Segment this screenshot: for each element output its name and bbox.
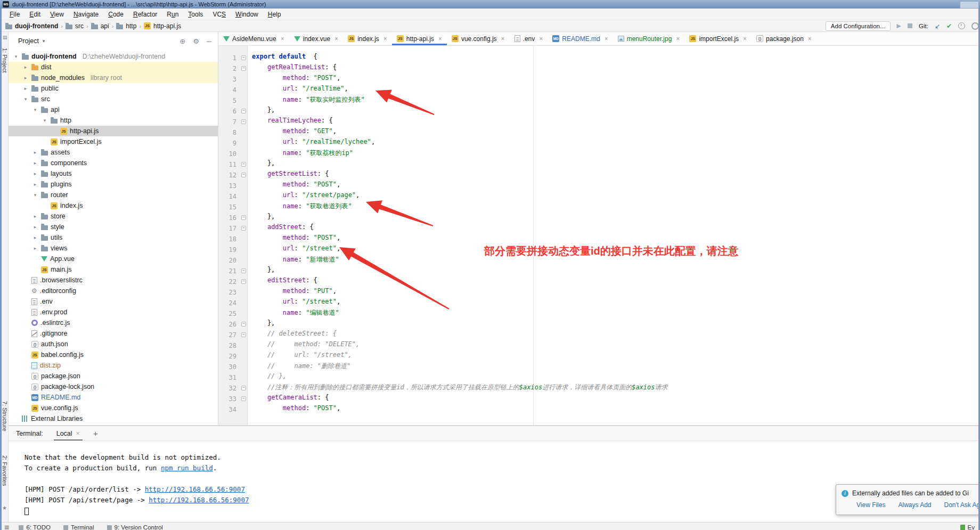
fold-marker[interactable]: − xyxy=(241,173,246,177)
fold-marker[interactable]: − xyxy=(241,322,246,327)
stop-icon[interactable] xyxy=(908,23,912,28)
tree-item-importExcel.js[interactable]: importExcel.js xyxy=(9,136,218,147)
chevron-down-icon[interactable]: ▾ xyxy=(42,118,48,123)
chevron-right-icon[interactable]: ▸ xyxy=(22,75,29,80)
editor[interactable]: 1−export default {2− getRealTimeList: {3… xyxy=(218,46,980,425)
chevron-right-icon[interactable]: ▸ xyxy=(32,182,38,187)
close-icon[interactable]: × xyxy=(383,35,387,43)
notification-link-always-add[interactable]: Always Add xyxy=(898,501,931,509)
tree-item-store[interactable]: ▸store xyxy=(9,211,218,222)
stripe-item-favorites[interactable]: 2: Favorites xyxy=(2,455,8,486)
chevron-right-icon[interactable]: ▸ xyxy=(32,160,38,166)
event-log-item[interactable]: Ev xyxy=(960,524,975,530)
tab-http-api.js[interactable]: http-api.js× xyxy=(392,32,447,45)
terminal-output[interactable]: Note that the development build is not o… xyxy=(9,441,980,522)
tree-item-router[interactable]: ▾router xyxy=(9,190,218,200)
tree-item-http[interactable]: ▾http xyxy=(9,115,218,126)
tree-item-utils[interactable]: ▸utils xyxy=(9,232,218,243)
tree-item-assets[interactable]: ▸assets xyxy=(9,147,218,158)
tree-item-views[interactable]: ▸views xyxy=(9,243,218,254)
tree-item-style[interactable]: ▸style xyxy=(9,222,218,232)
tree-item-components[interactable]: ▸components xyxy=(9,158,218,168)
status-9-version-control[interactable]: 9: Version Control xyxy=(107,524,163,530)
chevron-right-icon[interactable]: ▸ xyxy=(32,235,38,240)
tree-item-.env[interactable]: .env xyxy=(9,296,218,307)
fold-marker[interactable]: − xyxy=(241,268,246,273)
menu-file[interactable]: File xyxy=(5,10,24,19)
fold-marker[interactable]: − xyxy=(241,109,246,113)
fold-marker[interactable]: − xyxy=(241,226,246,231)
toolwindow-switcher-icon[interactable]: ▦ xyxy=(4,524,9,530)
status-6-todo[interactable]: 6: TODO xyxy=(19,524,51,530)
chevron-right-icon[interactable]: ▸ xyxy=(32,246,38,251)
tree-item-public[interactable]: ▸public xyxy=(9,83,218,94)
chevron-down-icon[interactable]: ▾ xyxy=(13,54,19,59)
chevron-down-icon[interactable]: ▼ xyxy=(42,39,46,44)
fold-marker[interactable]: − xyxy=(241,55,246,60)
tree-item-auth.json[interactable]: auth.json xyxy=(9,339,218,349)
fold-marker[interactable]: − xyxy=(241,215,246,220)
terminal-tab-local[interactable]: Local × xyxy=(54,426,83,441)
menu-vcs[interactable]: VCS xyxy=(208,10,230,19)
menu-navigate[interactable]: Navigate xyxy=(69,10,103,19)
close-icon[interactable]: × xyxy=(501,35,505,43)
breadcrumb-item-http[interactable]: http xyxy=(116,22,136,30)
tree-item-.eslintrc.js[interactable]: .eslintrc.js xyxy=(9,317,218,328)
chevron-right-icon[interactable]: ▸ xyxy=(32,214,38,219)
chevron-right-icon[interactable]: ▸ xyxy=(22,86,29,91)
favorites-star-icon[interactable]: ★ xyxy=(2,505,7,511)
close-icon[interactable]: × xyxy=(676,35,680,43)
add-configuration-button[interactable]: Add Configuration... xyxy=(826,21,891,31)
tree-item-main.js[interactable]: main.js xyxy=(9,264,218,275)
tab-menuRouter.jpg[interactable]: menuRouter.jpg× xyxy=(613,32,685,45)
tree-item-dist[interactable]: ▸dist xyxy=(9,62,218,72)
git-commit-icon[interactable]: ✔ xyxy=(946,22,952,30)
fold-marker[interactable]: − xyxy=(241,119,246,124)
run-icon[interactable]: ▶ xyxy=(897,23,901,29)
tab-README.md[interactable]: README.md× xyxy=(548,32,612,45)
chevron-right-icon[interactable]: ▸ xyxy=(32,150,38,155)
close-icon[interactable]: × xyxy=(334,35,338,43)
fold-marker[interactable]: − xyxy=(241,162,246,167)
new-terminal-icon[interactable]: + xyxy=(93,429,98,438)
tree-item-.gitignore[interactable]: .gitignore xyxy=(9,328,218,339)
fold-marker[interactable]: − xyxy=(241,332,246,337)
chevron-down-icon[interactable]: ▾ xyxy=(32,192,38,198)
history-clock-icon[interactable] xyxy=(958,22,965,29)
terminal-link[interactable]: http://192.168.66.56:9007 xyxy=(145,485,245,493)
tree-item-App.vue[interactable]: App.vue xyxy=(9,254,218,264)
search-icon[interactable] xyxy=(971,22,979,30)
tab-index.js[interactable]: index.js× xyxy=(343,32,392,45)
notification-link-view-files[interactable]: View Files xyxy=(856,501,885,509)
tree-item-api[interactable]: ▾api xyxy=(9,104,218,115)
tree-item-http-api.js[interactable]: http-api.js xyxy=(9,126,218,136)
close-icon[interactable]: × xyxy=(808,35,812,43)
tab-index.vue[interactable]: index.vue× xyxy=(289,32,343,45)
menu-refactor[interactable]: Refactor xyxy=(129,10,161,19)
breadcrumb-item-api[interactable]: api xyxy=(91,22,109,30)
menu-help[interactable]: Help xyxy=(264,10,285,19)
menu-edit[interactable]: Edit xyxy=(25,10,45,19)
project-panel-title[interactable]: Project xyxy=(18,37,39,45)
breadcrumb-item-http-api.js[interactable]: http-api.js xyxy=(144,22,181,30)
close-icon[interactable]: × xyxy=(743,35,747,43)
menu-window[interactable]: Window xyxy=(231,10,263,19)
tree-item-.env.prod[interactable]: .env.prod xyxy=(9,307,218,317)
close-icon[interactable]: × xyxy=(539,35,543,43)
fold-marker[interactable]: − xyxy=(241,66,246,71)
tree-item-src[interactable]: ▾src xyxy=(9,94,218,104)
hide-panel-icon[interactable]: ─ xyxy=(207,37,211,45)
chevron-right-icon[interactable]: ▸ xyxy=(32,224,38,230)
stripe-item-project[interactable]: 1: Project xyxy=(2,48,8,72)
menu-view[interactable]: View xyxy=(46,10,68,19)
tree-item-.editorconfig[interactable]: .editorconfig xyxy=(9,286,218,296)
tree-item-node_modules[interactable]: ▸node_moduleslibrary root xyxy=(9,72,218,83)
tab-.env[interactable]: .env× xyxy=(510,32,548,45)
status-terminal[interactable]: Terminal xyxy=(63,524,94,530)
tree-item-.browserslistrc[interactable]: .browserslistrc xyxy=(9,275,218,286)
chevron-down-icon[interactable]: ▾ xyxy=(22,96,29,102)
close-icon[interactable]: × xyxy=(605,35,608,43)
tree-item-babel.config.js[interactable]: babel.config.js xyxy=(9,349,218,360)
terminal-link[interactable]: npm run build xyxy=(161,464,213,472)
fold-marker[interactable]: − xyxy=(241,386,246,390)
